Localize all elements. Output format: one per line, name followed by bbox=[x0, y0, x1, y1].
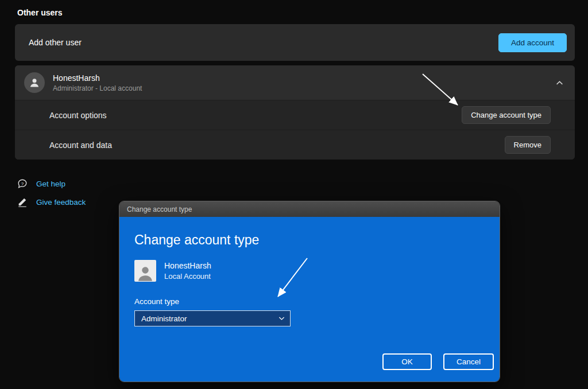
ok-button[interactable]: OK bbox=[382, 353, 432, 370]
account-options-label: Account options bbox=[49, 111, 107, 120]
change-account-type-button[interactable]: Change account type bbox=[462, 106, 551, 124]
account-type-field-label: Account type bbox=[134, 297, 485, 306]
user-avatar-icon bbox=[24, 72, 45, 93]
dialog-titlebar-text: Change account type bbox=[127, 205, 192, 213]
svg-text:?: ? bbox=[21, 181, 24, 186]
account-type-selected-value: Administrator bbox=[141, 314, 187, 323]
page-title: Other users bbox=[17, 8, 63, 17]
give-feedback-label: Give feedback bbox=[36, 198, 86, 207]
user-subtitle: Administrator - Local account bbox=[53, 84, 142, 92]
settings-other-users-page: Other users Add other user Add account H… bbox=[0, 0, 588, 389]
dialog-user-type: Local Account bbox=[164, 272, 211, 281]
add-other-user-card: Add other user Add account bbox=[15, 24, 575, 61]
account-options-row: Account options Change account type bbox=[15, 100, 575, 130]
dialog-user-meta: HonestHarsh Local Account bbox=[164, 261, 211, 281]
change-account-type-dialog: Change account type Change account type … bbox=[119, 201, 500, 382]
user-account-header[interactable]: HonestHarsh Administrator - Local accoun… bbox=[15, 65, 575, 100]
cancel-button[interactable]: Cancel bbox=[443, 353, 494, 370]
chevron-up-icon[interactable] bbox=[556, 80, 563, 85]
user-meta: HonestHarsh Administrator - Local accoun… bbox=[53, 73, 142, 92]
get-help-label: Get help bbox=[36, 180, 65, 188]
account-type-dropdown[interactable]: Administrator bbox=[134, 310, 291, 326]
add-other-user-label: Add other user bbox=[29, 38, 82, 47]
give-feedback-link[interactable]: Give feedback bbox=[17, 197, 86, 207]
remove-button[interactable]: Remove bbox=[505, 136, 551, 154]
help-icon: ? bbox=[17, 178, 28, 189]
dialog-user-row: HonestHarsh Local Account bbox=[134, 260, 485, 282]
chevron-down-icon bbox=[278, 316, 285, 321]
dialog-user-avatar-icon bbox=[134, 260, 156, 282]
dialog-heading: Change account type bbox=[134, 217, 485, 248]
get-help-link[interactable]: ? Get help bbox=[17, 178, 65, 189]
dialog-body: Change account type HonestHarsh Local Ac… bbox=[119, 217, 500, 382]
feedback-icon bbox=[17, 197, 28, 207]
user-account-card: HonestHarsh Administrator - Local accoun… bbox=[15, 65, 575, 160]
dialog-user-name: HonestHarsh bbox=[164, 261, 211, 270]
account-and-data-label: Account and data bbox=[49, 141, 112, 150]
dialog-titlebar[interactable]: Change account type bbox=[119, 201, 500, 217]
add-account-button[interactable]: Add account bbox=[498, 33, 567, 52]
user-name: HonestHarsh bbox=[53, 73, 142, 83]
account-and-data-row: Account and data Remove bbox=[15, 130, 575, 160]
